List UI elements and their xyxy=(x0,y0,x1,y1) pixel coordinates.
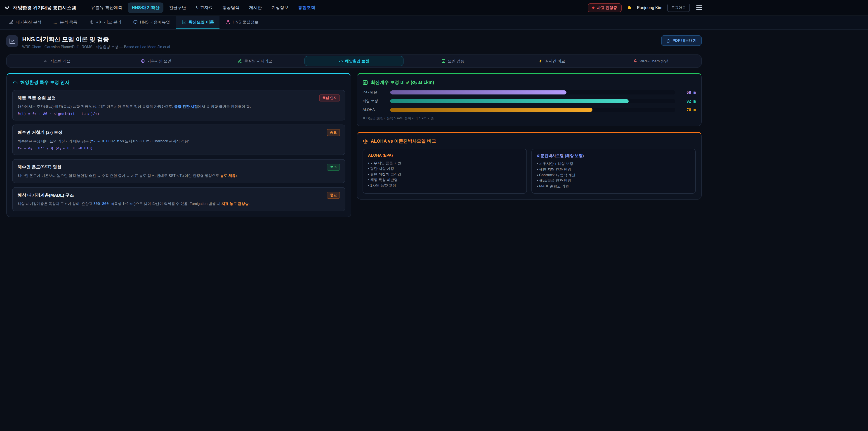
subnav-tab-hns-response-manual[interactable]: HNS 대응매뉴얼 xyxy=(128,16,176,29)
factor-badge: 핵심 인자 xyxy=(319,94,340,101)
compare-box-title: 이문진박사모델 (해양 보정) xyxy=(537,153,690,158)
subnav-tab-label: HNS 대응매뉴얼 xyxy=(140,20,170,25)
nav-item-hns-atmospheric[interactable]: HNS·대기확산 xyxy=(128,2,163,13)
bar-fill xyxy=(390,90,566,94)
subnav-tab-label: 대기확산 분석 xyxy=(16,20,41,25)
bar-track xyxy=(390,99,675,103)
manual-monitor-icon xyxy=(133,20,138,24)
factor-badge: 중요 xyxy=(327,192,340,199)
bell-icon[interactable] xyxy=(627,5,632,10)
list-icon xyxy=(53,20,58,24)
compare-item: 해풍/육풍 전환 반영 xyxy=(537,178,690,184)
pencil-icon xyxy=(238,59,242,63)
bar-value: 78 m xyxy=(680,107,696,112)
nav-item-weather[interactable]: 기상정보 xyxy=(267,2,292,13)
section-tab-model-validation[interactable]: 모델 검증 xyxy=(403,56,502,66)
bar-fill xyxy=(390,108,592,112)
compare-item: 가우시안 + 해양 보정 xyxy=(537,161,690,167)
section-tab-label: 실시간 비교 xyxy=(545,59,565,64)
compare-item: Charnock z₀ 동적 계산 xyxy=(537,173,690,178)
factor-formula: z₀ = αc · u*² / g (αc ≈ 0.011~0.018) xyxy=(18,146,340,150)
section-tab-label: 해양환경 보정 xyxy=(345,59,369,64)
nav-item-reports[interactable]: 보고자료 xyxy=(191,2,217,13)
nav-item-integrated-search[interactable]: 통합조회 xyxy=(294,2,319,13)
compare-box-title: ALOHA (EPA) xyxy=(368,153,522,158)
subnav-tab-label: HNS 물질정보 xyxy=(232,20,258,25)
subnav-tab-label: 확산모델 이론 xyxy=(188,20,214,25)
factor-card-sea-surface-roughness: 해수면 거칠기 (z₀) 보정 중요 해수면은 육상 대비 표면 거칠기가 매우… xyxy=(12,125,345,155)
compare-item: 가우시안 플룸 기반 xyxy=(368,160,522,166)
top-navigation-bar: 해양환경 위기대응 통합시스템 유출유 확산예측 HNS·대기확산 긴급구난 보… xyxy=(0,0,868,16)
compare-item: MABL 혼합고 가변 xyxy=(537,184,690,189)
compare-item: 1차원 풍향 고정 xyxy=(368,183,522,188)
subnav-tab-hns-substance-info[interactable]: HNS 물질정보 xyxy=(220,16,264,29)
factor-body: 해안에서는 주간(해풍)·야간(육풍) 풍향 전환 발생. 기존 가우시안 모델… xyxy=(18,104,340,110)
compare-box-lee-model: 이문진박사모델 (해양 보정) 가우시안 + 해양 보정 해안 지형 효과 반영… xyxy=(531,149,696,194)
brand-title: 해양환경 위기대응 통합시스템 xyxy=(13,4,76,11)
incident-status-badge[interactable]: 사고 진행중 xyxy=(588,3,622,12)
line-chart-icon xyxy=(182,20,186,24)
factor-title: 해수면 온도(SST) 영향 xyxy=(18,164,61,170)
section-tab-system-overview[interactable]: 시스템 개요 xyxy=(8,56,107,66)
factor-body: 해양 대기경계층은 육상과 구조가 상이. 혼합고 300~800 m(육상 1… xyxy=(18,201,340,207)
nav-item-board[interactable]: 게시판 xyxy=(245,2,266,13)
section-tab-substance-scenarios[interactable]: 물질별 시나리오 xyxy=(206,56,305,66)
subnav-tab-atmospheric-analysis[interactable]: 대기확산 분석 xyxy=(4,16,47,29)
marine-correction-panel: 해양환경 특수 보정 인자 해풍·육풍 순환 보정 핵심 인자 해안에서는 주간… xyxy=(6,73,351,217)
page-title: HNS 대기확산 모델 이론 및 검증 xyxy=(22,35,171,43)
bar-chart-icon xyxy=(363,80,368,85)
pdf-export-label: PDF 내보내기 xyxy=(673,38,697,43)
cloud-icon xyxy=(12,80,18,85)
nav-item-aerial-search[interactable]: 항공탐색 xyxy=(218,2,243,13)
hamburger-menu-icon[interactable] xyxy=(695,4,704,11)
scale-icon xyxy=(363,138,368,144)
section-tab-label: 시스템 개요 xyxy=(50,59,70,64)
compare-item: 표면 거칠기 고정값 xyxy=(368,172,522,177)
section-tab-marine-correction[interactable]: 해양환경 보정 xyxy=(305,56,403,66)
logout-button[interactable]: 로그아웃 xyxy=(667,4,690,12)
sub-navigation-bar: 대기확산 분석 분석 목록 시나리오 관리 HNS 대응매뉴얼 xyxy=(0,16,868,30)
bar-category-label: 해양 보정 xyxy=(363,99,386,103)
nav-item-oil-spill[interactable]: 유출유 확산예측 xyxy=(87,2,126,13)
section-tab-wrf-chem[interactable]: WRF-Chem 발전 xyxy=(601,56,700,66)
bar-chart-icon xyxy=(44,59,48,63)
diffusion-coefficient-panel: 확산계수 보정 비교 (σy at 1km) P-G 원본 68 m 해양 보정 xyxy=(357,73,702,126)
subnav-tab-diffusion-model-theory[interactable]: 확산모델 이론 xyxy=(176,16,219,29)
page-subtitle: WRF-Chem · Gaussian Plume/Puff · ROMS · … xyxy=(22,45,171,50)
compare-box-aloha: ALOHA (EPA) 가우시안 플룸 기반 평탄 지형 가정 표면 거칠기 고… xyxy=(363,149,527,194)
subnav-tab-scenario-management[interactable]: 시나리오 관리 xyxy=(84,16,127,29)
logo-icon xyxy=(4,5,10,10)
section-tab-label: 모델 검증 xyxy=(448,59,464,64)
factor-card-sst-effect: 해수면 온도(SST) 영향 보조 해수면 온도가 기온보다 높으면 열적 불안… xyxy=(12,159,345,183)
gear-icon xyxy=(89,20,94,24)
bolt-icon xyxy=(539,59,543,63)
factor-title: 해상 대기경계층(MABL) 구조 xyxy=(18,192,74,198)
factor-badge: 보조 xyxy=(327,164,340,171)
bar-row-aloha: ALOHA 78 m xyxy=(363,107,696,112)
incident-dot-icon xyxy=(592,6,594,9)
bar-category-label: P-G 원본 xyxy=(363,90,386,95)
brand[interactable]: 해양환경 위기대응 통합시스템 xyxy=(4,4,76,11)
subnav-tab-label: 분석 목록 xyxy=(60,20,77,25)
nav-item-emergency-rescue[interactable]: 긴급구난 xyxy=(165,2,190,13)
subnav-tab-analysis-list[interactable]: 분석 목록 xyxy=(48,16,83,29)
pencil-icon xyxy=(9,20,13,24)
bar-track xyxy=(390,90,675,94)
topnav-right-cluster: 사고 진행중 Eunjeong Kim 로그아웃 xyxy=(588,3,704,12)
panel-title: 해양환경 특수 보정 인자 xyxy=(20,79,69,86)
section-tab-bar: 시스템 개요 가우시안 모델 물질별 시나리오 해양환경 보정 xyxy=(6,55,702,68)
page-header-chart-icon xyxy=(6,35,18,47)
flask-icon xyxy=(226,20,230,24)
section-tab-gaussian-model[interactable]: 가우시안 모델 xyxy=(107,56,206,66)
factor-title: 해풍·육풍 순환 보정 xyxy=(18,95,56,101)
factor-formula: θ(t) = θ₀ + Δθ · sigmoid((t - tshift)/τ) xyxy=(18,112,340,116)
bar-row-marine-corrected: 해양 보정 92 m xyxy=(363,99,696,103)
section-tab-realtime-comparison[interactable]: 실시간 비교 xyxy=(502,56,601,66)
pdf-export-button[interactable]: PDF 내보내기 xyxy=(661,35,702,46)
compare-item: 평탄 지형 가정 xyxy=(368,166,522,172)
factor-title: 해수면 거칠기 (z₀) 보정 xyxy=(18,129,63,135)
section-tab-label: 물질별 시나리오 xyxy=(244,59,272,64)
chart-footnote: ※ D등급(중립), 풍속 5 m/s, 풍하거리 1 km 기준 xyxy=(363,116,696,120)
panel-title: ALOHA vs 이문진박사모델 비교 xyxy=(371,138,436,144)
app-page: 해양환경 위기대응 통합시스템 유출유 확산예측 HNS·대기확산 긴급구난 보… xyxy=(0,0,868,431)
